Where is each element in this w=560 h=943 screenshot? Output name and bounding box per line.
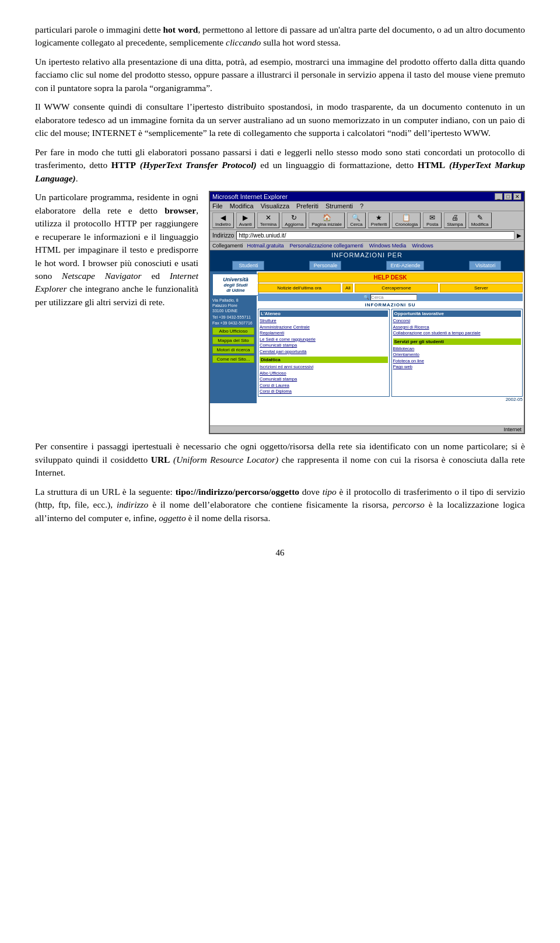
back-button[interactable]: ◀Indietro [212,212,234,228]
menu-modifica[interactable]: Modifica [230,202,254,209]
menu-visualizza[interactable]: Visualizza [261,202,289,209]
menu-preferiti[interactable]: Preferiti [296,202,318,209]
link-collaborazione[interactable]: Collaborazione con studenti a tempo parz… [393,330,522,337]
link-bibliotecan[interactable]: Bibliotecan [393,346,522,352]
minimize-button[interactable]: _ [495,193,503,200]
paragraph-5: Per consentire i passaggi ipertestuali è… [35,440,525,479]
link-hotmail[interactable]: Hotmail.gratuita [246,242,286,249]
menu-file[interactable]: File [212,202,223,209]
paragraph-6: La struttura di un URL è la seguente: ti… [35,486,525,525]
link-comunicati-stampa[interactable]: Comunicati stampa [260,376,388,383]
stop-button[interactable]: ✕Termina [257,212,279,228]
maximize-button[interactable]: □ [504,193,512,200]
news-all[interactable]: All [342,284,353,292]
section-servizi-header: Servizi per gli studenti [393,338,522,345]
favorites-button[interactable]: ★Preferiti [368,212,390,228]
para1-start: particulari parole o immagini dette [35,25,163,34]
link-orientamento[interactable]: Orientamento [393,352,522,358]
link-strutture[interactable]: Strutture [260,318,388,324]
news-cercapersone[interactable]: Cercapersone [355,284,438,292]
link-amministrazione[interactable]: Amministrazione Centrale [260,324,388,331]
browser-links-bar: Collegamenti Hotmail.gratuita Personaliz… [210,242,524,250]
para5-url-paren: (Uniform Resource Locator) [173,455,278,464]
nav-visitatori[interactable]: Visitatori [469,261,501,270]
link-personalizzazione[interactable]: Personalizzazione collegamenti [288,242,365,249]
site-search-input[interactable] [370,294,417,301]
browser-title: Microsoft Internet Explorer [212,193,288,200]
site-nav: Studenti Personale Enti-Aziende Visitato… [210,260,524,271]
paragraph-1: particulari parole o immagini dette hot … [35,23,525,50]
link-iscrizioni[interactable]: Iscrizioni ed anni successivi [260,364,388,371]
print-button[interactable]: 🖨Stampa [444,212,466,228]
section-ateneo-header: L'Ateneo [260,310,388,317]
news-server[interactable]: Server [440,284,523,292]
paragraph-3: Il WWW consente quindi di consultare l’i… [35,100,525,139]
search-button[interactable]: 🔍Cerca [347,212,366,228]
para4-http-paren: (HyperText Transfer Protocol) [140,160,257,170]
site-sections: L'Ateneo Strutture Amministrazione Centr… [258,309,523,397]
browser-statusbar: Internet [210,425,524,433]
sidebar-albo[interactable]: Albo Ufficioso [212,327,254,335]
news-latest[interactable]: Notizie dell'ultima ora [258,284,341,292]
contact-info: Via Palladio, 8 Palazzo Flore 33100 UDIN… [212,298,254,325]
menu-strumenti[interactable]: Strumenti [326,202,353,209]
forward-button[interactable]: ▶Avanti [236,212,255,228]
sidebar-mappa[interactable]: Mappa del Sito [212,337,254,344]
mail-button[interactable]: ✉Posta [423,212,442,228]
address-label: Indirizzo [212,232,234,239]
nav-enti-aziende[interactable]: Enti-Aziende [386,261,424,270]
para6-start: La struttura di un URL è la seguente: [35,487,176,497]
link-regolamenti[interactable]: Regolamenti [260,330,388,337]
para1-hotword: hot word [163,25,198,34]
browser-window: Microsoft Internet Explorer _ □ ✕ File M… [209,191,525,434]
para4-end: . [76,173,78,183]
paragraph-2: Un ipertesto relativo alla presentazione… [35,55,525,95]
site-main: HELP DESK Notizie dell'ultima ora All Ce… [257,271,524,403]
para6-url-structure: tipo://indirizzo/percorso/oggetto [176,487,299,497]
link-cernitat[interactable]: Cernitat pari opportunità [260,349,388,355]
para4-mid: ed un linguaggio di formattazione, detto [257,160,418,170]
col-left-mid2: ed [142,271,170,281]
go-button[interactable]: ▶ [517,232,522,239]
address-input[interactable] [236,231,514,240]
link-assegni[interactable]: Assegni di Ricerca [393,324,522,331]
site-body: Università degli Studi di Udine Via Pall… [210,271,524,403]
link-concorsi[interactable]: Concorsi [393,318,522,324]
paragraph-4: Per fare in modo che tutti gli elaborato… [35,146,525,185]
section-didattica-header: Didattica [260,357,388,363]
menu-help[interactable]: ? [360,202,363,209]
link-corsi-diploma[interactable]: Corsi di Diploma [260,389,388,395]
link-windows-media[interactable]: Windows Media [368,242,408,249]
para6-mid: dove [299,487,323,497]
link-corsi-laurea[interactable]: Corsi di Laurea [260,383,388,389]
column-right-browser: Microsoft Internet Explorer _ □ ✕ File M… [209,191,525,434]
link-windows[interactable]: Windows [410,242,435,249]
browser-address-bar: Indirizzo ▶ [210,230,524,242]
para6-indirizzo: indirizzo [117,500,148,509]
link-comunicati[interactable]: Comunicati stampa [260,343,388,349]
site-logo: Università degli Studi di Udine [212,274,259,296]
nav-studenti[interactable]: Studenti [232,261,264,270]
para6-oggetto: oggetto [159,513,186,523]
helpdesk-banner[interactable]: HELP DESK [258,273,523,282]
home-button[interactable]: 🏠Pagina iniziale [309,212,345,228]
para6-mid3: è il nome dell’elaboratore che contiene … [148,500,393,509]
status-zone: Internet [503,427,522,432]
browser-toolbar: ◀Indietro ▶Avanti ✕Termina ↻Aggiorna 🏠Pa… [210,211,524,230]
section-ateneo: L'Ateneo Strutture Amministrazione Centr… [258,309,390,397]
refresh-button[interactable]: ↻Aggiorna [282,212,306,228]
link-fototeca[interactable]: Fototeca on line [393,358,522,365]
nav-personale[interactable]: Personale [309,261,341,270]
edit-button[interactable]: ✎Modifica [468,212,492,228]
para6-tipo: tipo [323,487,337,497]
link-albo-ufficioso[interactable]: Albo Ufficioso [260,371,388,377]
para4-html: HTML [418,160,445,170]
col-left-mid: , utilizza il protocollo HTTP per raggiu… [35,205,198,281]
sidebar-come[interactable]: Come nel Sito... [212,355,254,363]
history-button[interactable]: 📋Cronologia [392,212,421,228]
link-le-sedi[interactable]: Le Sedi e come raggiungerle [260,337,388,343]
sidebar-motori[interactable]: Motori di ricerca [212,346,254,354]
close-button[interactable]: ✕ [513,193,522,200]
link-pago-web[interactable]: Pago web [393,364,522,371]
para5-url: URL [151,455,170,464]
